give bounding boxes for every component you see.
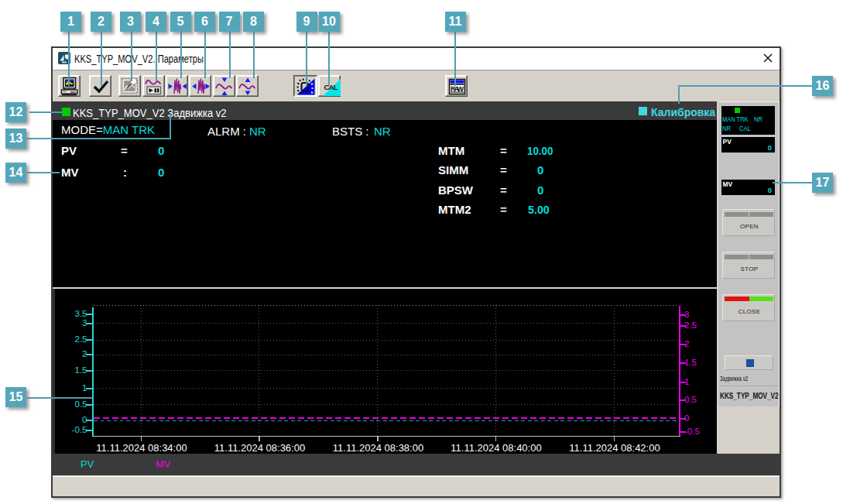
svg-text:RAW: RAW (451, 84, 464, 92)
svg-text:CAL: CAL (324, 82, 338, 91)
